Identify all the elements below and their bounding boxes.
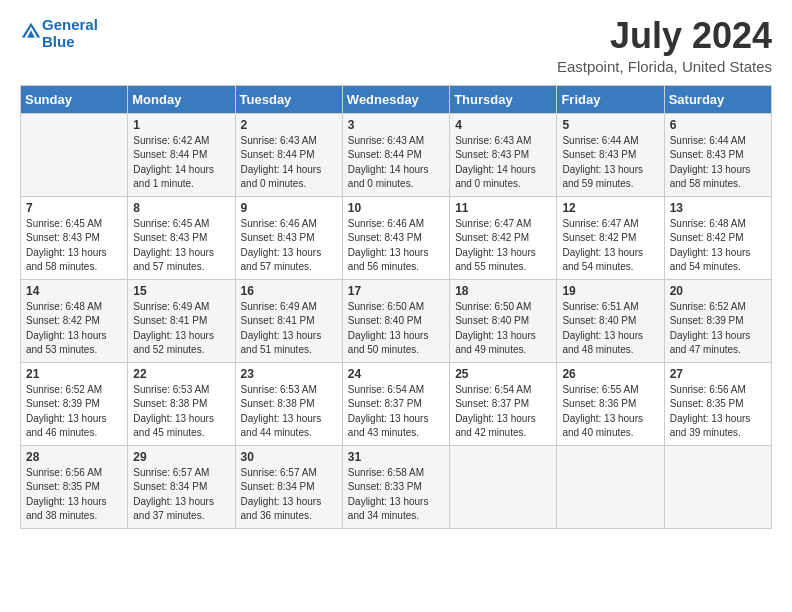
day-number: 19 [562, 284, 658, 298]
day-info: Sunrise: 6:47 AMSunset: 8:42 PMDaylight:… [455, 217, 551, 275]
main-title: July 2024 [557, 16, 772, 56]
day-cell: 26Sunrise: 6:55 AMSunset: 8:36 PMDayligh… [557, 362, 664, 445]
day-number: 27 [670, 367, 766, 381]
day-cell [557, 445, 664, 528]
day-number: 24 [348, 367, 444, 381]
day-number: 22 [133, 367, 229, 381]
day-cell: 10Sunrise: 6:46 AMSunset: 8:43 PMDayligh… [342, 196, 449, 279]
logo-icon [20, 21, 42, 43]
day-cell: 2Sunrise: 6:43 AMSunset: 8:44 PMDaylight… [235, 113, 342, 196]
header: General Blue July 2024 Eastpoint, Florid… [20, 16, 772, 75]
day-cell: 19Sunrise: 6:51 AMSunset: 8:40 PMDayligh… [557, 279, 664, 362]
day-info: Sunrise: 6:56 AMSunset: 8:35 PMDaylight:… [670, 383, 766, 441]
day-number: 1 [133, 118, 229, 132]
day-number: 7 [26, 201, 122, 215]
day-cell: 14Sunrise: 6:48 AMSunset: 8:42 PMDayligh… [21, 279, 128, 362]
day-number: 6 [670, 118, 766, 132]
day-cell: 21Sunrise: 6:52 AMSunset: 8:39 PMDayligh… [21, 362, 128, 445]
day-cell: 29Sunrise: 6:57 AMSunset: 8:34 PMDayligh… [128, 445, 235, 528]
day-cell: 7Sunrise: 6:45 AMSunset: 8:43 PMDaylight… [21, 196, 128, 279]
week-row-4: 21Sunrise: 6:52 AMSunset: 8:39 PMDayligh… [21, 362, 772, 445]
logo: General Blue [20, 16, 98, 51]
day-info: Sunrise: 6:46 AMSunset: 8:43 PMDaylight:… [241, 217, 337, 275]
page: General Blue July 2024 Eastpoint, Florid… [0, 0, 792, 612]
header-saturday: Saturday [664, 85, 771, 113]
day-cell: 30Sunrise: 6:57 AMSunset: 8:34 PMDayligh… [235, 445, 342, 528]
day-cell: 20Sunrise: 6:52 AMSunset: 8:39 PMDayligh… [664, 279, 771, 362]
day-info: Sunrise: 6:49 AMSunset: 8:41 PMDaylight:… [133, 300, 229, 358]
week-row-5: 28Sunrise: 6:56 AMSunset: 8:35 PMDayligh… [21, 445, 772, 528]
day-cell: 1Sunrise: 6:42 AMSunset: 8:44 PMDaylight… [128, 113, 235, 196]
day-info: Sunrise: 6:53 AMSunset: 8:38 PMDaylight:… [241, 383, 337, 441]
day-info: Sunrise: 6:42 AMSunset: 8:44 PMDaylight:… [133, 134, 229, 192]
header-monday: Monday [128, 85, 235, 113]
day-number: 16 [241, 284, 337, 298]
day-info: Sunrise: 6:45 AMSunset: 8:43 PMDaylight:… [26, 217, 122, 275]
day-info: Sunrise: 6:50 AMSunset: 8:40 PMDaylight:… [455, 300, 551, 358]
day-cell: 18Sunrise: 6:50 AMSunset: 8:40 PMDayligh… [450, 279, 557, 362]
day-cell: 13Sunrise: 6:48 AMSunset: 8:42 PMDayligh… [664, 196, 771, 279]
day-cell: 15Sunrise: 6:49 AMSunset: 8:41 PMDayligh… [128, 279, 235, 362]
day-info: Sunrise: 6:43 AMSunset: 8:44 PMDaylight:… [348, 134, 444, 192]
day-info: Sunrise: 6:46 AMSunset: 8:43 PMDaylight:… [348, 217, 444, 275]
header-friday: Friday [557, 85, 664, 113]
day-number: 5 [562, 118, 658, 132]
day-number: 20 [670, 284, 766, 298]
calendar-table: SundayMondayTuesdayWednesdayThursdayFrid… [20, 85, 772, 529]
day-number: 23 [241, 367, 337, 381]
day-info: Sunrise: 6:53 AMSunset: 8:38 PMDaylight:… [133, 383, 229, 441]
day-number: 17 [348, 284, 444, 298]
day-info: Sunrise: 6:55 AMSunset: 8:36 PMDaylight:… [562, 383, 658, 441]
day-number: 10 [348, 201, 444, 215]
day-cell: 22Sunrise: 6:53 AMSunset: 8:38 PMDayligh… [128, 362, 235, 445]
day-info: Sunrise: 6:57 AMSunset: 8:34 PMDaylight:… [241, 466, 337, 524]
day-info: Sunrise: 6:43 AMSunset: 8:44 PMDaylight:… [241, 134, 337, 192]
day-number: 14 [26, 284, 122, 298]
day-info: Sunrise: 6:51 AMSunset: 8:40 PMDaylight:… [562, 300, 658, 358]
day-cell: 25Sunrise: 6:54 AMSunset: 8:37 PMDayligh… [450, 362, 557, 445]
week-row-3: 14Sunrise: 6:48 AMSunset: 8:42 PMDayligh… [21, 279, 772, 362]
day-info: Sunrise: 6:56 AMSunset: 8:35 PMDaylight:… [26, 466, 122, 524]
day-cell: 4Sunrise: 6:43 AMSunset: 8:43 PMDaylight… [450, 113, 557, 196]
logo-text: General Blue [42, 16, 98, 51]
day-info: Sunrise: 6:58 AMSunset: 8:33 PMDaylight:… [348, 466, 444, 524]
day-number: 12 [562, 201, 658, 215]
day-number: 4 [455, 118, 551, 132]
day-number: 30 [241, 450, 337, 464]
day-info: Sunrise: 6:44 AMSunset: 8:43 PMDaylight:… [670, 134, 766, 192]
day-info: Sunrise: 6:48 AMSunset: 8:42 PMDaylight:… [670, 217, 766, 275]
day-number: 11 [455, 201, 551, 215]
day-number: 28 [26, 450, 122, 464]
day-cell: 8Sunrise: 6:45 AMSunset: 8:43 PMDaylight… [128, 196, 235, 279]
day-info: Sunrise: 6:54 AMSunset: 8:37 PMDaylight:… [348, 383, 444, 441]
day-cell: 3Sunrise: 6:43 AMSunset: 8:44 PMDaylight… [342, 113, 449, 196]
day-cell: 5Sunrise: 6:44 AMSunset: 8:43 PMDaylight… [557, 113, 664, 196]
day-info: Sunrise: 6:57 AMSunset: 8:34 PMDaylight:… [133, 466, 229, 524]
header-wednesday: Wednesday [342, 85, 449, 113]
header-thursday: Thursday [450, 85, 557, 113]
day-number: 3 [348, 118, 444, 132]
day-cell: 27Sunrise: 6:56 AMSunset: 8:35 PMDayligh… [664, 362, 771, 445]
day-number: 26 [562, 367, 658, 381]
day-number: 2 [241, 118, 337, 132]
day-info: Sunrise: 6:52 AMSunset: 8:39 PMDaylight:… [26, 383, 122, 441]
day-number: 15 [133, 284, 229, 298]
week-row-1: 1Sunrise: 6:42 AMSunset: 8:44 PMDaylight… [21, 113, 772, 196]
day-cell: 12Sunrise: 6:47 AMSunset: 8:42 PMDayligh… [557, 196, 664, 279]
day-info: Sunrise: 6:52 AMSunset: 8:39 PMDaylight:… [670, 300, 766, 358]
day-cell: 28Sunrise: 6:56 AMSunset: 8:35 PMDayligh… [21, 445, 128, 528]
day-cell: 17Sunrise: 6:50 AMSunset: 8:40 PMDayligh… [342, 279, 449, 362]
day-cell: 9Sunrise: 6:46 AMSunset: 8:43 PMDaylight… [235, 196, 342, 279]
week-row-2: 7Sunrise: 6:45 AMSunset: 8:43 PMDaylight… [21, 196, 772, 279]
day-cell: 16Sunrise: 6:49 AMSunset: 8:41 PMDayligh… [235, 279, 342, 362]
header-sunday: Sunday [21, 85, 128, 113]
day-cell: 6Sunrise: 6:44 AMSunset: 8:43 PMDaylight… [664, 113, 771, 196]
day-info: Sunrise: 6:48 AMSunset: 8:42 PMDaylight:… [26, 300, 122, 358]
day-info: Sunrise: 6:45 AMSunset: 8:43 PMDaylight:… [133, 217, 229, 275]
header-tuesday: Tuesday [235, 85, 342, 113]
day-cell: 24Sunrise: 6:54 AMSunset: 8:37 PMDayligh… [342, 362, 449, 445]
day-cell: 31Sunrise: 6:58 AMSunset: 8:33 PMDayligh… [342, 445, 449, 528]
day-number: 21 [26, 367, 122, 381]
day-cell: 11Sunrise: 6:47 AMSunset: 8:42 PMDayligh… [450, 196, 557, 279]
day-number: 25 [455, 367, 551, 381]
